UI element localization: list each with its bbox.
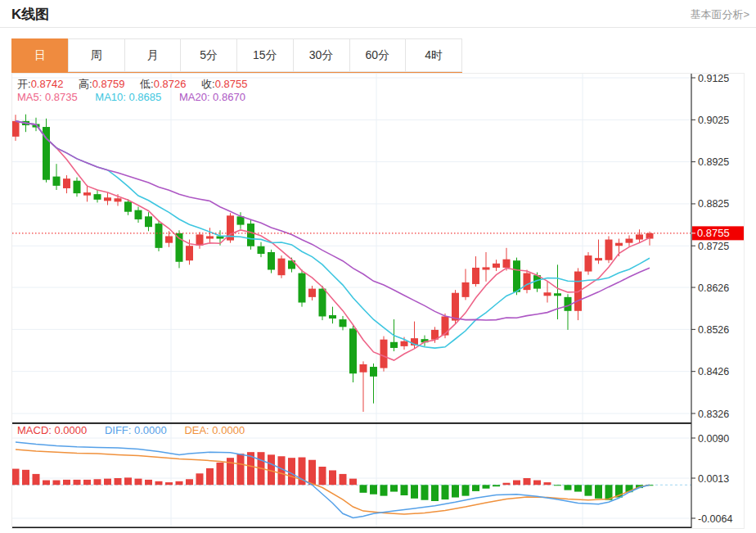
candle-body — [94, 194, 101, 200]
macd-bar — [104, 479, 111, 486]
candle-body — [83, 192, 91, 196]
macd-tick-label: -0.0064 — [698, 513, 732, 525]
macd-bar — [574, 485, 582, 491]
candle-body — [462, 282, 470, 297]
ma-legend: MA5: 0.8735 MA10: 0.8685 MA20: 0.8670 — [17, 91, 245, 103]
candle-body — [615, 243, 623, 246]
candle-body — [605, 240, 613, 260]
tab-4hour[interactable]: 4时 — [405, 38, 462, 72]
tab-day[interactable]: 日 — [11, 38, 69, 72]
macd-bar — [196, 473, 204, 485]
kline-chart-canvas[interactable]: 0.91250.90250.89250.88250.87250.86260.85… — [12, 74, 744, 528]
macd-bar — [165, 482, 173, 485]
macd-bar — [135, 479, 142, 486]
macd-bar — [237, 454, 245, 485]
price-tick-label: 0.8725 — [698, 241, 729, 252]
candle-body — [299, 273, 306, 303]
candle-body — [503, 260, 511, 268]
macd-bar — [115, 478, 122, 485]
tab-30min[interactable]: 30分 — [293, 38, 350, 72]
macd-bar — [22, 470, 29, 485]
dea-value: DEA: 0.0000 — [184, 424, 245, 436]
candle-body — [258, 246, 265, 254]
high-label: 高: — [79, 78, 92, 90]
macd-bar — [554, 485, 561, 486]
macd-bar — [176, 481, 183, 485]
macd-bar — [155, 481, 163, 485]
macd-bar — [483, 485, 490, 488]
candle-body — [268, 252, 275, 270]
macd-bar — [53, 481, 61, 486]
candle-body — [329, 315, 336, 318]
open-label: 开: — [17, 78, 31, 90]
macd-bar — [565, 485, 572, 490]
macd-bar — [186, 479, 193, 485]
candle-body — [524, 273, 531, 291]
price-tick-label: 0.8626 — [698, 282, 729, 294]
candle-body — [452, 293, 459, 321]
tab-15min[interactable]: 15分 — [236, 38, 294, 72]
low-label: 低: — [140, 78, 154, 90]
price-tick-label: 0.8925 — [698, 156, 729, 168]
candle-body — [483, 267, 490, 269]
price-tick-label: 0.8526 — [698, 324, 729, 336]
ma5-value: MA5: 0.8735 — [17, 91, 78, 103]
macd-bar — [524, 478, 531, 485]
candle-body — [370, 367, 377, 377]
candle-body — [349, 328, 357, 373]
macd-bar — [380, 485, 388, 495]
macd-tick-label: 0.0090 — [698, 433, 729, 445]
candle-body — [186, 246, 193, 260]
candle-body — [401, 341, 408, 346]
candle-body — [104, 197, 111, 201]
macd-legend: MACD: 0.0000 DIFF: 0.0000 DEA: 0.0000 — [17, 424, 245, 436]
macd-bar — [83, 480, 91, 485]
macd-bar — [452, 485, 459, 497]
tab-60min[interactable]: 60分 — [349, 38, 407, 72]
macd-bar — [503, 483, 511, 486]
macd-bar — [33, 474, 40, 485]
ohlc-legend: 开:0.8742 高:0.8759 低:0.8726 收:0.8755 — [17, 77, 259, 92]
candle-body — [442, 316, 449, 335]
macd-bar — [12, 469, 20, 486]
candle-body — [340, 319, 347, 327]
macd-bar — [94, 479, 101, 485]
close-value: 0.8755 — [215, 78, 248, 90]
candle-body — [135, 210, 142, 219]
macd-bar — [421, 485, 429, 499]
ma20-line — [16, 121, 650, 320]
tab-month[interactable]: 月 — [124, 38, 182, 72]
ma10-value: MA10: 0.8685 — [95, 91, 161, 103]
macd-bar — [63, 480, 70, 485]
candle-body — [585, 255, 592, 271]
macd-bar — [74, 480, 81, 485]
last-price-badge-label: 0.8755 — [697, 227, 730, 239]
candle-body — [472, 268, 479, 284]
candle-body — [626, 239, 633, 243]
macd-bar — [544, 482, 551, 485]
open-value: 0.8742 — [31, 78, 64, 90]
candle-body — [554, 293, 561, 296]
fundamental-analysis-link[interactable]: 基本面分析> — [690, 7, 749, 22]
macd-bar — [431, 485, 439, 501]
candle-body — [390, 342, 398, 348]
macd-bar — [370, 485, 377, 494]
diff-value: DIFF: 0.0000 — [105, 424, 167, 436]
candle-body — [493, 264, 500, 268]
candle-body — [155, 224, 163, 248]
macd-bar — [493, 485, 500, 486]
ma5-line — [16, 121, 650, 360]
macd-bar — [349, 479, 357, 486]
macd-bar — [390, 485, 398, 491]
bottom-axis-line — [12, 527, 691, 529]
macd-bar — [329, 470, 336, 485]
candle-body — [380, 340, 388, 368]
candle-body — [278, 259, 286, 276]
tab-5min[interactable]: 5分 — [180, 38, 237, 72]
macd-bar — [340, 474, 347, 485]
macd-bar — [462, 485, 470, 495]
tab-week[interactable]: 周 — [68, 38, 125, 72]
macd-bar — [472, 485, 479, 491]
macd-bar — [288, 458, 295, 485]
macd-tick-label: 0.0013 — [698, 473, 729, 485]
